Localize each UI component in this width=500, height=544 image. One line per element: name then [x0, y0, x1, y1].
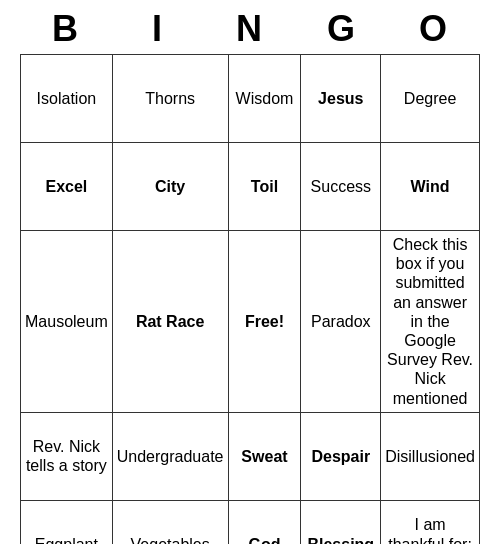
cell-4-2: God	[228, 500, 301, 544]
cell-0-4: Degree	[381, 55, 480, 143]
cell-3-1: Undergraduate	[112, 412, 228, 500]
cell-4-1: Vegetables	[112, 500, 228, 544]
cell-4-4: I am thankful for: ___	[381, 500, 480, 544]
cell-2-2: Free!	[228, 231, 301, 413]
title-b: B	[26, 8, 106, 50]
cell-4-3: Blessing	[301, 500, 381, 544]
cell-2-3: Paradox	[301, 231, 381, 413]
cell-3-4: Disillusioned	[381, 412, 480, 500]
cell-1-3: Success	[301, 143, 381, 231]
cell-0-1: Thorns	[112, 55, 228, 143]
cell-3-3: Despair	[301, 412, 381, 500]
cell-2-1: Rat Race	[112, 231, 228, 413]
cell-0-3: Jesus	[301, 55, 381, 143]
title-g: G	[302, 8, 382, 50]
bingo-title: B I N G O	[20, 0, 480, 54]
cell-3-2: Sweat	[228, 412, 301, 500]
cell-2-4: Check this box if you submitted an answe…	[381, 231, 480, 413]
cell-0-0: Isolation	[21, 55, 113, 143]
cell-2-0: Mausoleum	[21, 231, 113, 413]
cell-1-2: Toil	[228, 143, 301, 231]
cell-4-0: Eggplant	[21, 500, 113, 544]
title-i: I	[118, 8, 198, 50]
title-o: O	[394, 8, 474, 50]
cell-1-1: City	[112, 143, 228, 231]
cell-3-0: Rev. Nick tells a story	[21, 412, 113, 500]
cell-0-2: Wisdom	[228, 55, 301, 143]
title-n: N	[210, 8, 290, 50]
bingo-grid: IsolationThornsWisdomJesusDegreeExcelCit…	[20, 54, 480, 544]
cell-1-4: Wind	[381, 143, 480, 231]
cell-1-0: Excel	[21, 143, 113, 231]
